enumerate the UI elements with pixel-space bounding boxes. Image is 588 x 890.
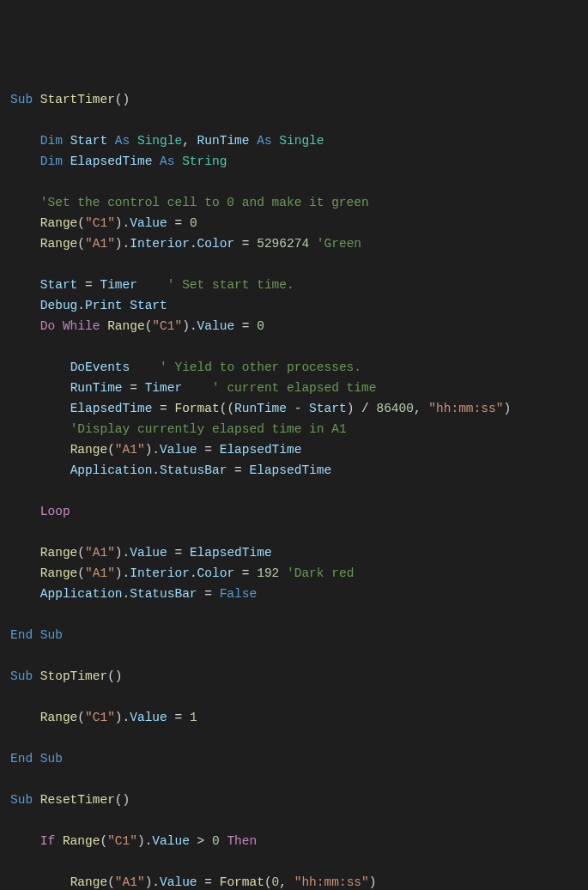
num-0: 0 [190, 216, 197, 230]
op-eq: = [234, 319, 257, 333]
str-c1: "C1" [152, 319, 182, 333]
parens: () [115, 93, 130, 106]
keyword-sub: Sub [10, 669, 33, 683]
keyword-do: Do [40, 319, 55, 333]
var-elapsed: ElapsedTime [220, 443, 302, 457]
paren: ( [77, 566, 85, 580]
op-eq: = [77, 278, 100, 292]
fn-range: Range [40, 566, 78, 580]
keyword-loop: Loop [40, 505, 70, 518]
num-5296274: 5296274 [257, 237, 309, 251]
paren: ( [264, 875, 272, 889]
fn-range: Range [63, 834, 100, 848]
dot: . [123, 216, 130, 230]
var-start: Start [130, 299, 167, 312]
str-hms: "hh:mm:ss" [428, 402, 503, 415]
str-c1: "C1" [85, 216, 115, 230]
paren: ) [503, 402, 511, 415]
fn-range: Range [40, 546, 78, 560]
keyword-sub: Sub [40, 752, 63, 766]
var-elapsed: ElapsedTime [190, 546, 272, 560]
op-eq: = [197, 875, 220, 889]
paren: ) [115, 237, 123, 251]
keyword-as: As [160, 154, 174, 168]
num-192: 192 [257, 566, 279, 580]
num-0: 0 [212, 834, 220, 848]
const-false: False [220, 587, 258, 601]
paren: ) [115, 546, 123, 560]
op-div: / [354, 402, 376, 415]
dot: . [190, 566, 197, 580]
op-eq: = [234, 237, 257, 251]
paren: ( [77, 711, 85, 724]
dot: . [190, 237, 197, 251]
op-eq: = [227, 463, 249, 477]
num-86400: 86400 [376, 402, 414, 415]
dot: . [123, 566, 130, 580]
paren: ) [115, 566, 123, 580]
paren: ) [182, 319, 190, 333]
paren: ( [227, 402, 234, 415]
var-runtime: RunTime [70, 381, 123, 395]
dot: . [152, 443, 160, 457]
var-print: Print [85, 299, 123, 312]
sub-name-start: StartTimer [40, 93, 115, 106]
var-start: Start [40, 278, 78, 292]
paren: ) [137, 834, 145, 848]
var-start: Start [309, 402, 347, 415]
op-eq: = [167, 711, 190, 724]
prop-color: Color [197, 566, 235, 580]
fn-format: Format [174, 402, 219, 415]
dot: . [152, 875, 160, 889]
op-eq: = [197, 587, 220, 601]
str-hms: "hh:mm:ss" [294, 875, 369, 889]
comma: , [414, 402, 428, 415]
comment-green: 'Green [317, 237, 361, 251]
prop-value: Value [160, 443, 197, 457]
prop-color: Color [197, 237, 235, 251]
keyword-sub: Sub [10, 793, 33, 807]
paren: ) [115, 216, 123, 230]
op-eq: = [123, 381, 145, 395]
comment-setstart: ' Set start time. [167, 278, 294, 292]
keyword-end: End [10, 752, 33, 766]
keyword-as: As [257, 134, 271, 148]
keyword-sub: Sub [40, 628, 63, 642]
prop-statusbar: StatusBar [130, 587, 197, 601]
dot: . [123, 587, 130, 601]
prop-interior: Interior [130, 237, 190, 251]
comment-darkred: 'Dark red [287, 566, 354, 580]
op-eq: = [167, 216, 190, 230]
str-a1: "A1" [85, 237, 115, 251]
op-eq: = [152, 402, 174, 415]
str-c1: "C1" [85, 711, 115, 724]
var-timer: Timer [145, 381, 183, 395]
var-elapsed: ElapsedTime [70, 154, 153, 168]
keyword-then: Then [227, 834, 257, 848]
comma: , [182, 134, 197, 148]
paren: ( [107, 443, 115, 457]
fn-range: Range [70, 443, 108, 457]
keyword-as: As [115, 134, 130, 148]
str-a1: "A1" [115, 443, 145, 457]
var-application: Application [70, 463, 153, 477]
type-string: String [182, 154, 227, 168]
comma: , [279, 875, 294, 889]
var-elapsed: ElapsedTime [249, 463, 331, 477]
paren: ) [369, 875, 377, 889]
op-eq: = [167, 546, 190, 560]
keyword-end: End [10, 628, 33, 642]
op-eq: = [197, 443, 220, 457]
fn-format: Format [220, 875, 264, 889]
num-0: 0 [272, 875, 280, 889]
paren: ( [77, 237, 85, 251]
keyword-dim: Dim [40, 134, 63, 148]
prop-statusbar: StatusBar [160, 463, 227, 477]
var-timer: Timer [100, 278, 137, 292]
str-a1: "A1" [115, 875, 145, 889]
num-1: 1 [190, 711, 197, 724]
keyword-while: While [63, 319, 100, 333]
paren: ( [77, 546, 85, 560]
var-elapsed: ElapsedTime [70, 402, 153, 415]
fn-range: Range [40, 216, 78, 230]
